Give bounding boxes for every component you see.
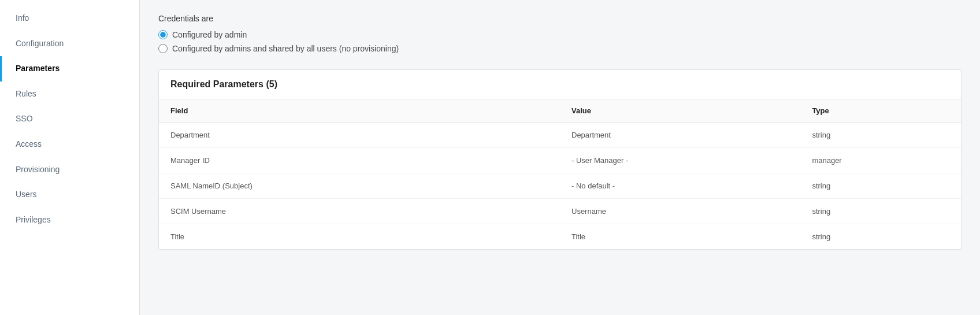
table-row: Manager ID- User Manager -manager — [159, 148, 961, 173]
sidebar-item-parameters[interactable]: Parameters — [0, 56, 139, 81]
table-cell-value: Department — [560, 123, 800, 148]
sidebar-item-configuration[interactable]: Configuration — [0, 31, 139, 57]
radio-option-1[interactable]: Configured by admin — [158, 30, 962, 39]
params-table: Field Value Type DepartmentDepartmentstr… — [159, 99, 961, 249]
radio-shared[interactable] — [158, 44, 168, 53]
sidebar-item-sso[interactable]: SSO — [0, 106, 139, 132]
params-tbody: DepartmentDepartmentstringManager ID- Us… — [159, 123, 961, 250]
credentials-label: Credentials are — [158, 14, 962, 23]
main-content: Credentials are Configured by admin Conf… — [140, 0, 980, 315]
credentials-section: Credentials are Configured by admin Conf… — [158, 14, 962, 53]
sidebar-item-info[interactable]: Info — [0, 6, 139, 31]
table-cell-type: manager — [800, 148, 961, 173]
table-row: TitleTitlestring — [159, 224, 961, 250]
table-cell-value: - User Manager - — [560, 148, 800, 173]
radio-option-1-label: Configured by admin — [172, 30, 247, 39]
table-cell-type: string — [800, 173, 961, 199]
required-params-section: Required Parameters (5) Field Value Type… — [158, 69, 962, 250]
table-cell-type: string — [800, 123, 961, 148]
table-cell-value: - No default - — [560, 173, 800, 199]
radio-option-2-label: Configured by admins and shared by all u… — [172, 44, 399, 53]
col-header-type: Type — [800, 99, 961, 123]
col-header-value: Value — [560, 99, 800, 123]
sidebar-item-users[interactable]: Users — [0, 182, 139, 207]
table-cell-field: SCIM Username — [159, 199, 560, 224]
table-row: SCIM UsernameUsernamestring — [159, 199, 961, 224]
table-row: DepartmentDepartmentstring — [159, 123, 961, 148]
table-cell-type: string — [800, 224, 961, 250]
sidebar-item-rules[interactable]: Rules — [0, 81, 139, 107]
table-cell-field: SAML NameID (Subject) — [159, 173, 560, 199]
table-cell-type: string — [800, 199, 961, 224]
table-cell-value: Title — [560, 224, 800, 250]
table-row: SAML NameID (Subject)- No default -strin… — [159, 173, 961, 199]
sidebar-item-access[interactable]: Access — [0, 132, 139, 157]
sidebar-item-privileges[interactable]: Privileges — [0, 207, 139, 233]
section-title: Required Parameters (5) — [159, 70, 961, 99]
sidebar: InfoConfigurationParametersRulesSSOAcces… — [0, 0, 140, 315]
sidebar-item-provisioning[interactable]: Provisioning — [0, 157, 139, 183]
radio-option-2[interactable]: Configured by admins and shared by all u… — [158, 44, 962, 53]
radio-admin[interactable] — [158, 30, 168, 39]
table-cell-field: Title — [159, 224, 560, 250]
table-cell-field: Manager ID — [159, 148, 560, 173]
table-cell-value: Username — [560, 199, 800, 224]
col-header-field: Field — [159, 99, 560, 123]
table-header-row: Field Value Type — [159, 99, 961, 123]
table-cell-field: Department — [159, 123, 560, 148]
